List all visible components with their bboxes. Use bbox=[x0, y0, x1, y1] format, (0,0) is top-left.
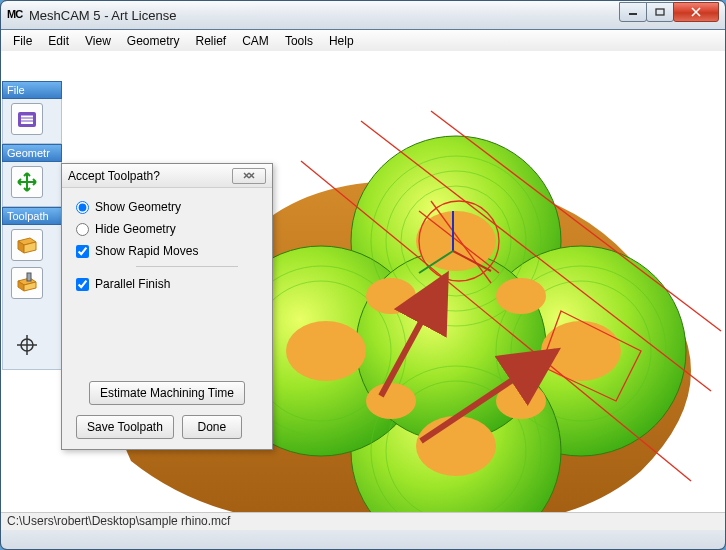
maximize-button[interactable] bbox=[646, 2, 674, 22]
statusbar: C:\Users\robert\Desktop\sample rhino.mcf bbox=[1, 512, 725, 530]
estimate-time-button[interactable]: Estimate Machining Time bbox=[89, 381, 245, 405]
menu-tools[interactable]: Tools bbox=[277, 32, 321, 50]
titlebar: MC MeshCAM 5 - Art License bbox=[0, 0, 726, 30]
sidebar: File Geometr Toolpath bbox=[2, 81, 62, 370]
show-rapid-checkbox[interactable]: Show Rapid Moves bbox=[76, 244, 258, 258]
status-path: C:\Users\robert\Desktop\sample rhino.mcf bbox=[7, 514, 230, 528]
sidebar-tab-file[interactable]: File bbox=[2, 81, 62, 99]
hide-geometry-label: Hide Geometry bbox=[95, 222, 176, 236]
menu-edit[interactable]: Edit bbox=[40, 32, 77, 50]
menubar: File Edit View Geometry Relief CAM Tools… bbox=[0, 30, 726, 51]
show-rapid-label: Show Rapid Moves bbox=[95, 244, 198, 258]
svg-rect-40 bbox=[21, 115, 33, 124]
svg-rect-1 bbox=[656, 9, 664, 15]
done-button[interactable]: Done bbox=[182, 415, 242, 439]
save-toolpath-button[interactable]: Save Toolpath bbox=[76, 415, 174, 439]
menu-file[interactable]: File bbox=[5, 32, 40, 50]
close-button[interactable] bbox=[673, 2, 719, 22]
hide-geometry-radio[interactable]: Hide Geometry bbox=[76, 222, 258, 236]
app-icon: MC bbox=[7, 8, 23, 22]
stock-icon[interactable] bbox=[11, 229, 43, 261]
show-geometry-label: Show Geometry bbox=[95, 200, 181, 214]
menu-relief[interactable]: Relief bbox=[188, 32, 235, 50]
menu-help[interactable]: Help bbox=[321, 32, 362, 50]
mill-icon[interactable] bbox=[11, 267, 43, 299]
menu-view[interactable]: View bbox=[77, 32, 119, 50]
svg-rect-43 bbox=[27, 273, 31, 281]
menu-cam[interactable]: CAM bbox=[234, 32, 277, 50]
svg-point-20 bbox=[416, 416, 496, 476]
dialog-close-button[interactable] bbox=[232, 168, 266, 184]
separator bbox=[136, 266, 238, 267]
origin-icon[interactable] bbox=[11, 329, 43, 361]
parallel-finish-checkbox[interactable]: Parallel Finish bbox=[76, 277, 258, 291]
svg-point-25 bbox=[366, 278, 416, 314]
svg-point-22 bbox=[286, 321, 366, 381]
show-geometry-radio[interactable]: Show Geometry bbox=[76, 200, 258, 214]
parallel-finish-label: Parallel Finish bbox=[95, 277, 170, 291]
accept-toolpath-dialog: Accept Toolpath? Show Geometry Hide Geom… bbox=[61, 163, 273, 450]
svg-point-26 bbox=[366, 383, 416, 419]
sidebar-tab-toolpath[interactable]: Toolpath bbox=[2, 207, 62, 225]
minimize-button[interactable] bbox=[619, 2, 647, 22]
svg-point-23 bbox=[496, 278, 546, 314]
open-file-icon[interactable] bbox=[11, 103, 43, 135]
dialog-title: Accept Toolpath? bbox=[68, 169, 232, 183]
move-icon[interactable] bbox=[11, 166, 43, 198]
window-title: MeshCAM 5 - Art License bbox=[29, 8, 620, 23]
menu-geometry[interactable]: Geometry bbox=[119, 32, 188, 50]
sidebar-tab-geometry[interactable]: Geometr bbox=[2, 144, 62, 162]
